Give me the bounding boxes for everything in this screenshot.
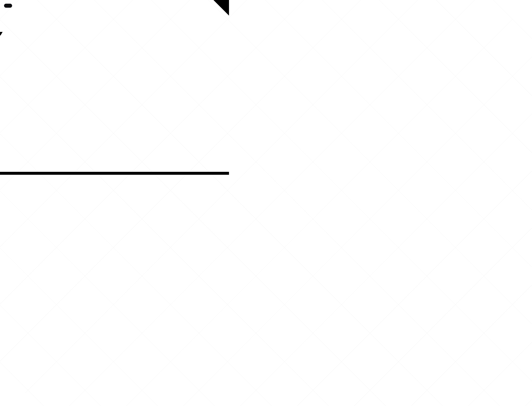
arrow-down-icon xyxy=(0,32,3,36)
corner-fold-icon xyxy=(213,0,229,15)
sequence-diagram-canvas xyxy=(0,0,229,175)
brand-logo xyxy=(4,4,12,8)
bottom-bar xyxy=(0,172,229,175)
